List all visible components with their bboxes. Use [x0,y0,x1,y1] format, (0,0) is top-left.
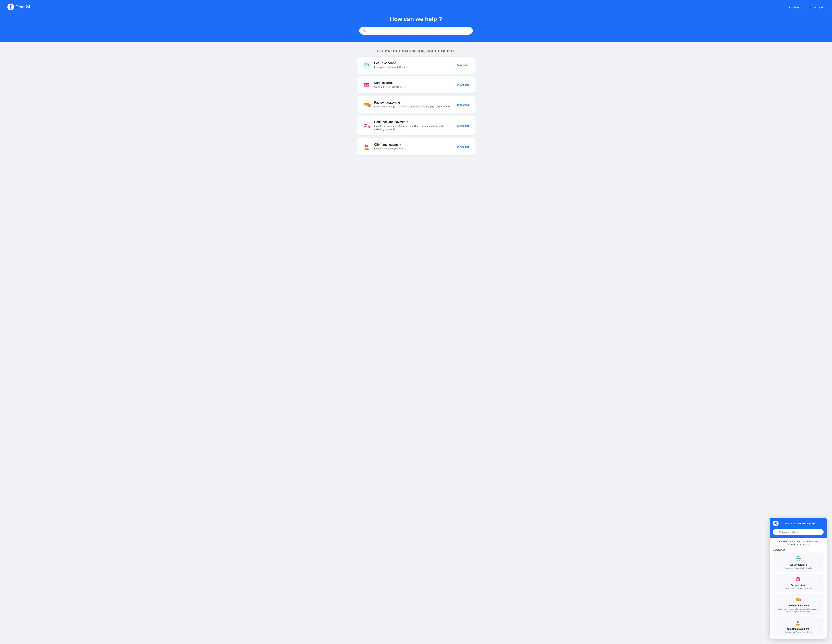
widget-payment-name: Payment gateways [775,604,821,607]
search-bar [359,27,473,35]
widget-header: How Can We Help You? ≡ [770,518,827,529]
widget-service-desc: Customize your Service Store [775,587,821,590]
search-bar-wrapper [359,27,473,35]
svg-line-4 [365,31,366,32]
service-icon [363,81,371,89]
service-info: Service store Customize your Service Sto… [374,81,453,89]
widget-search-input[interactable] [779,531,821,534]
widget-cat-payment[interactable]: Payment gateways Learn how to integrate … [773,594,824,615]
svg-rect-37 [797,579,798,580]
svg-point-29 [776,522,776,523]
widget-service-name: Service store [775,584,821,586]
category-card-service[interactable]: Service store Customize your Service Sto… [357,77,475,93]
widget-cat-setup[interactable]: Set-up services How to get started with … [773,553,824,572]
svg-rect-11 [366,85,367,86]
widget-payment-desc: Learn how to integrate Payment Gateways … [775,607,821,613]
svg-rect-9 [365,83,368,84]
client-icon [363,143,371,151]
widget-service-icon [775,576,821,583]
bookings-count: 66 Articles [457,124,469,127]
widget-setup-name: Set-up services [775,563,821,566]
header: Omni24 Dashboard Create Ticket How can w… [0,0,832,42]
create-ticket-link[interactable]: Create Ticket [809,5,825,9]
svg-rect-21 [365,126,366,127]
setup-name: Set-up services [374,61,453,65]
setup-desc: How to get started with Omnify [374,66,453,69]
category-card-bookings[interactable]: Bookings and payments Everything you nee… [357,116,475,135]
widget-title: How Can We Help You? [781,522,820,525]
payment-icon [363,101,371,109]
svg-point-33 [797,558,799,559]
widget-cat-service[interactable]: Service store Customize your Service Sto… [773,574,824,592]
svg-point-6 [366,65,367,66]
section-subtitle: Frequently asked questions and support d… [357,49,475,52]
widget-setup-desc: How to get started with Omnify [775,567,821,569]
payment-name: Payment gateways [374,101,453,104]
service-name: Service store [374,81,453,85]
header-top: Omni24 Dashboard Create Ticket [7,0,825,16]
widget-client-name: Client management [775,628,821,630]
payment-count: 56 Articles [457,103,469,106]
category-card-setup[interactable]: Set-up services How to get started with … [357,57,475,74]
svg-rect-26 [366,148,368,150]
client-info: Client management Manage and View your c… [374,143,453,150]
svg-point-45 [796,624,800,625]
widget-categories-label: Categories [773,548,824,551]
widget-search-bar [773,529,824,535]
category-card-client[interactable]: Client management Manage and View your c… [357,138,475,155]
widget-client-icon [775,620,821,626]
dashboard-link[interactable]: Dashboard [788,5,801,9]
client-desc: Manage and View your clients [374,147,453,150]
svg-rect-19 [365,125,366,125]
search-input[interactable] [368,29,469,32]
booking-icon [363,121,371,130]
logo-text: Omni24 [15,5,30,10]
payment-info: Payment gateways Learn how to integrate … [374,101,453,108]
bookings-info: Bookings and payments Everything you nee… [374,120,453,131]
svg-point-3 [363,30,365,32]
setup-icon [363,61,371,69]
main-content: Frequently asked questions and support d… [354,42,478,169]
logo: Omni24 [7,4,30,10]
widget-search-area [770,529,827,537]
svg-line-31 [777,532,778,533]
widget-payment-icon [775,597,821,603]
svg-rect-36 [797,577,799,578]
svg-point-44 [797,621,799,623]
svg-point-25 [366,145,368,147]
client-count: 34 Articles [457,145,469,148]
help-widget: How Can We Help You? ≡ Frequently asked … [770,518,827,639]
logo-icon [7,4,14,10]
widget-avatar [773,521,779,526]
svg-rect-40 [796,600,797,600]
service-count: 04 Articles [457,83,469,86]
widget-search-icon [775,531,778,533]
widget-client-desc: Manage and View your clients [775,631,821,633]
svg-rect-39 [796,598,799,599]
svg-rect-14 [365,105,366,106]
svg-rect-18 [365,124,367,125]
svg-point-1 [10,6,11,8]
setup-count: 24 Articles [457,64,469,67]
widget-faq-text: Frequently asked questions and support d… [773,540,824,546]
service-desc: Customize your Service Store [374,85,453,89]
svg-rect-20 [365,126,367,126]
svg-point-2 [10,5,11,6]
hero-title: How can we help ? [390,16,442,22]
setup-info: Set-up services How to get started with … [374,61,453,69]
svg-point-28 [775,523,776,524]
category-card-payment[interactable]: Payment gateways Learn how to integrate … [357,96,475,113]
svg-rect-13 [364,103,369,104]
widget-body: Frequently asked questions and support d… [770,537,827,639]
bookings-name: Bookings and payments [374,120,453,124]
widget-cat-client[interactable]: Client management Manage and View your c… [773,617,824,636]
widget-setup-icon [775,556,821,562]
svg-point-30 [776,531,777,533]
bookings-desc: Everything you need to know about editin… [374,125,453,131]
payment-desc: Learn how to integrate Payment Gateways … [374,105,453,108]
widget-menu-icon[interactable]: ≡ [822,521,824,525]
header-nav: Dashboard Create Ticket [788,5,825,9]
client-name: Client management [374,143,453,146]
search-icon [363,29,366,32]
